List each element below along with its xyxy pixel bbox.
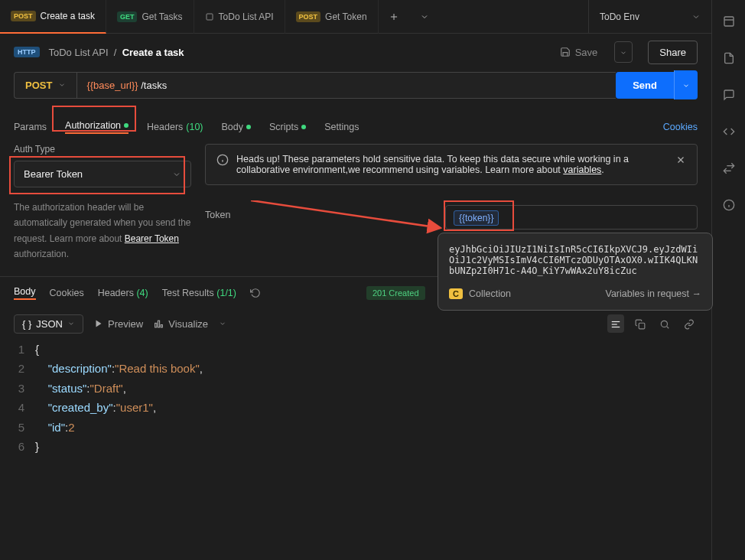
response-toolbar: { }JSON Preview Visualize [0,310,711,340]
url-input[interactable]: {{base_url}} /tasks [76,72,616,99]
send-chevron[interactable] [674,70,698,99]
api-icon [205,11,214,22]
svg-rect-18 [161,324,162,327]
tab-authorization[interactable]: Authorization [65,120,129,134]
tab-label: ToDo List API [219,11,274,22]
save-button[interactable]: Save [552,42,606,63]
preview-button[interactable]: Preview [94,318,143,330]
indicator-dot [246,125,251,129]
cookies-link[interactable]: Cookies [663,122,698,132]
svg-line-24 [667,327,669,329]
token-variable-pill: {{token}} [454,210,499,226]
send-button[interactable]: Send [616,72,674,99]
auth-type-label: Auth Type [14,144,191,155]
wrap-icon[interactable] [607,314,624,333]
svg-rect-0 [207,14,213,20]
sidebar-icon-info[interactable] [723,197,735,211]
save-chevron[interactable] [614,41,633,63]
method-badge-get: GET [117,11,138,22]
response-body[interactable]: 1{ 2 "description": "Read this book", 3 … [0,340,711,457]
tab-body[interactable]: Body [222,122,252,132]
share-button[interactable]: Share [648,41,698,64]
visualize-button[interactable]: Visualize [154,318,208,330]
sidebar-icon-code[interactable] [723,124,735,138]
indicator-dot [124,123,129,128]
sidebar-icon-env[interactable] [723,14,735,28]
tab-create-task[interactable]: POST Create a task [0,0,106,34]
chevron-down-icon[interactable] [219,320,226,327]
method-badge-post: POST [11,11,36,21]
svg-rect-17 [158,321,160,327]
headsup-banner: Heads up! These parameters hold sensitiv… [205,144,698,185]
svg-rect-22 [639,323,645,329]
search-icon[interactable] [656,314,673,333]
auth-area: Auth Type Bearer Token The authorization… [0,144,711,276]
env-name: ToDo Env [600,11,684,22]
sidebar-icon-related[interactable] [723,161,735,174]
status-code: 201 Created [366,286,425,300]
breadcrumb[interactable]: ToDo List API / Create a task [49,47,184,58]
tab-headers[interactable]: Headers (10) [147,122,203,132]
chevron-down-icon [172,170,181,179]
svg-rect-25 [724,17,734,26]
http-icon: HTTP [14,47,40,57]
right-sidebar [711,0,745,560]
breadcrumb-row: HTTP ToDo List API / Create a task Save … [0,34,711,70]
token-input[interactable]: {{token}} [445,205,698,230]
tab-label: Get Token [325,11,366,22]
new-tab-button[interactable] [379,11,409,22]
close-icon[interactable] [675,154,686,165]
tab-settings[interactable]: Settings [324,122,359,132]
sidebar-icon-comments[interactable] [723,87,735,101]
svg-rect-16 [155,323,157,327]
bearer-token-link[interactable]: Bearer Token [125,233,179,244]
token-label: Token [205,205,434,220]
auth-right: Heads up! These parameters hold sensitiv… [205,144,698,262]
request-row: POST {{base_url}} /tasks Send [0,70,711,99]
copy-icon[interactable] [632,314,649,333]
tab-get-token[interactable]: POST Get Token [285,0,379,34]
resp-tab-body[interactable]: Body [14,286,36,300]
variable-tooltip: eyJhbGciOiJIUzI1NiIsInR5cCI6IkpXVCJ9.eyJ… [438,233,713,311]
variables-in-request-link[interactable]: Variables in request → [605,288,701,299]
svg-point-23 [661,321,667,327]
resp-tab-headers[interactable]: Headers (4) [98,288,148,298]
tooltip-token-value: eyJhbGciOiJIUzI1NiIsInR5cCI6IkpXVCJ9.eyJ… [449,244,701,276]
tab-scripts[interactable]: Scripts [269,122,306,132]
indicator-dot [301,125,306,129]
info-icon [216,154,229,166]
request-tabs: Params Authorization Headers (10) Body S… [0,110,711,144]
tab-params[interactable]: Params [14,122,47,132]
tabs-chevron[interactable] [409,12,440,21]
tabs-row: POST Create a task GET Get Tasks ToDo Li… [0,0,711,34]
auth-type-select[interactable]: Bearer Token [14,161,191,187]
auth-left: Auth Type Bearer Token The authorization… [14,144,191,262]
tooltip-scope: Collection [469,288,511,299]
token-row: Token {{token}} eyJhbGciOiJIUzI1NiIsInR5… [205,205,698,230]
resp-tab-cookies[interactable]: Cookies [50,288,84,298]
link-icon[interactable] [681,314,698,333]
environment-selector[interactable]: ToDo Env [588,0,711,34]
collection-badge: C [449,288,463,299]
variables-link[interactable]: variables [563,164,601,175]
tab-todo-api[interactable]: ToDo List API [194,0,285,34]
tab-label: Create a task [41,11,95,21]
svg-marker-15 [96,321,101,327]
method-badge-post: POST [296,11,321,22]
tab-get-tasks[interactable]: GET Get Tasks [106,0,194,34]
method-selector[interactable]: POST [14,72,76,99]
auth-help-text: The authorization header will be automat… [14,200,191,262]
format-selector[interactable]: { }JSON [14,314,83,334]
tab-label: Get Tasks [142,11,182,22]
resp-tab-test[interactable]: Test Results (1/1) [162,288,236,298]
sidebar-icon-docs[interactable] [723,50,735,64]
history-icon[interactable] [250,288,261,299]
